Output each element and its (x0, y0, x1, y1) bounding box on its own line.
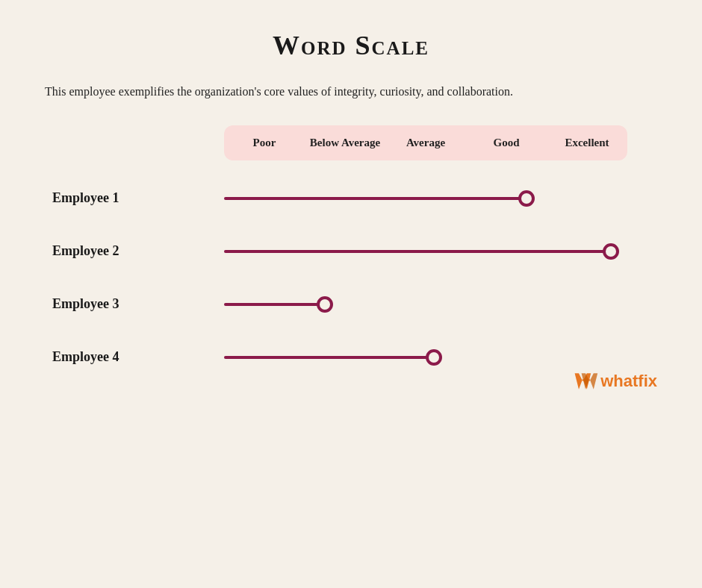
employee-1-slider[interactable] (224, 191, 627, 206)
employee-2-track (224, 250, 611, 253)
employee-3-slider[interactable] (224, 297, 627, 312)
scale-label-excellent: Excellent (547, 136, 627, 151)
employee-row-3: Employee 3 (45, 281, 657, 327)
employee-4-slider[interactable] (224, 350, 627, 365)
employee-2-thumb[interactable] (603, 243, 619, 260)
whatfix-logo-text: whatfix (600, 372, 657, 391)
employee-row-1: Employee 1 (45, 175, 657, 221)
page-container: Word Scale This employee exemplifies the… (45, 30, 657, 387)
employee-row-2: Employee 2 (45, 228, 657, 274)
employee-4-label: Employee 4 (45, 349, 224, 365)
scale-label-below-average: Below Average (305, 136, 385, 151)
scale-label-average: Average (385, 136, 466, 151)
employee-1-thumb[interactable] (518, 190, 535, 207)
chart-area: Poor Below Average Average Good Excellen… (45, 125, 657, 388)
employee-3-thumb[interactable] (317, 296, 333, 313)
employee-1-label: Employee 1 (45, 190, 224, 206)
employee-row-4: Employee 4 (45, 334, 657, 380)
whatfix-icon (572, 368, 599, 395)
employee-2-slider[interactable] (224, 244, 627, 259)
scale-label-poor: Poor (224, 136, 305, 151)
whatfix-logo: whatfix (572, 368, 657, 395)
employee-3-label: Employee 3 (45, 296, 224, 312)
employee-3-track (224, 303, 325, 306)
page-title: Word Scale (45, 30, 657, 61)
scale-label-good: Good (466, 136, 547, 151)
employee-1-track (224, 197, 526, 200)
scale-header: Poor Below Average Average Good Excellen… (224, 125, 627, 161)
description-text: This employee exemplifies the organizati… (45, 82, 553, 101)
employee-2-label: Employee 2 (45, 243, 224, 259)
employee-4-thumb[interactable] (426, 349, 442, 366)
employee-4-track (224, 356, 434, 359)
